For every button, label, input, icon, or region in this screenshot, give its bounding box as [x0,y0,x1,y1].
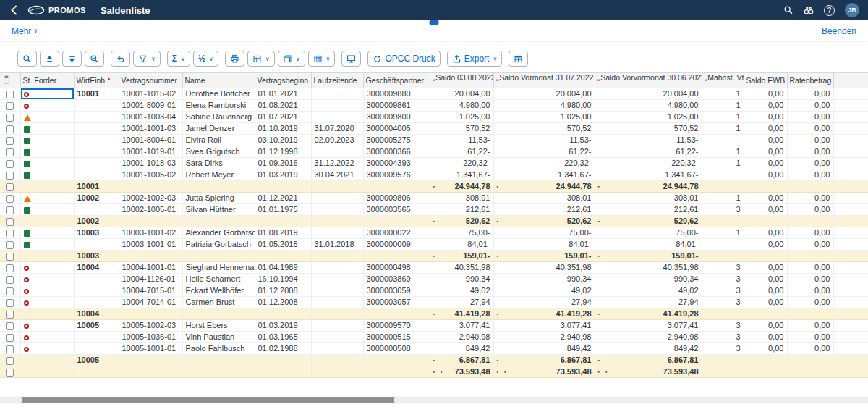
cell-name[interactable] [182,216,255,227]
cell-wirteinh[interactable]: 10002 [74,193,119,204]
cell-geschaeftspartner[interactable]: 3000003565 [363,204,430,216]
cell-mahnstufe[interactable] [702,355,744,366]
cell-saldo[interactable]: 308,01 [430,193,493,204]
export-button[interactable]: Export∨ [447,51,503,67]
cell-saldo[interactable]: ▪6.867,81 [430,355,493,366]
cell-wirteinh[interactable]: 10001 [74,181,119,193]
cell-sel[interactable] [0,332,20,343]
cell-saldo_vormonat[interactable]: 3.077,41 [493,320,595,332]
cell-saldo[interactable]: ▪24.944,78 [430,181,493,193]
scrollbar-thumb[interactable] [22,397,394,403]
cell-sel[interactable] [0,274,20,285]
cell-mahnstufe[interactable]: 3 [702,204,744,216]
cell-sel[interactable] [0,193,20,204]
cell-laufzeitende[interactable] [311,88,363,100]
cell-mahnstufe[interactable]: 1 [702,100,744,112]
cell-name[interactable]: Carmen Brust [182,297,255,308]
cell-saldo[interactable]: 570,52 [430,123,493,135]
cell-saldo_vormonat[interactable]: 1.341,67- [493,169,595,181]
cell-name[interactable] [182,355,255,366]
cell-saldo_vormonat[interactable]: 4.980,00 [493,100,595,112]
cell-laufzeitende[interactable] [311,100,363,112]
cell-sel[interactable] [0,123,20,135]
row-checkbox[interactable] [6,137,14,145]
cell-saldo[interactable]: 61,22- [430,146,493,158]
cell-name[interactable]: Helle Scharnert [182,274,255,285]
cell-geschaeftspartner[interactable] [363,308,430,320]
cell-geschaeftspartner[interactable] [363,251,430,262]
cell-saldo_vorvormonat[interactable]: 3.077,41 [595,320,702,332]
cell-stforder[interactable] [20,216,74,227]
cell-saldo[interactable]: 220,32- [430,158,493,169]
cell-saldo_vormonat[interactable]: 220,32- [493,158,595,169]
cell-vertragsbeginn[interactable]: 03.10.2019 [255,135,311,146]
cell-mahnstufe[interactable]: 1 [702,123,744,135]
cell-vertragsbeginn[interactable]: 01.08.2021 [255,100,311,112]
cell-sel[interactable] [0,146,20,158]
sigma-button[interactable]: Σ∨ [167,51,190,67]
cell-ratenbetrag[interactable]: 0,00 [787,227,833,239]
cell-stforder[interactable] [20,100,74,112]
cell-ratenbetrag[interactable]: 0,00 [787,332,833,343]
cell-mahnstufe[interactable]: 3 [702,274,744,285]
cell-vertragsbeginn[interactable]: 01.03.1965 [255,332,311,343]
cell-sel[interactable] [0,320,20,332]
cell-sel[interactable] [0,169,20,181]
cell-name[interactable]: Dorothee Böttcher [182,88,255,100]
cell-stforder[interactable] [20,332,74,343]
cell-saldo[interactable]: 3.077,41 [430,320,493,332]
cell-geschaeftspartner[interactable]: 3000009576 [363,169,430,181]
cell-stforder[interactable] [20,366,74,378]
cell-saldo_vormonat[interactable]: 2.940,98 [493,332,595,343]
cell-vertragsnummer[interactable]: 10004-7014-01 [119,297,182,308]
cell-vertragsnummer[interactable] [119,366,182,378]
cell-vertragsnummer[interactable]: 10001-1018-03 [119,158,182,169]
cell-laufzeitende[interactable] [311,216,363,227]
cell-vertragsnummer[interactable]: 10001-8004-01 [119,135,182,146]
cell-laufzeitende[interactable] [311,320,363,332]
cell-ratenbetrag[interactable]: 0,00 [787,262,833,274]
cell-mahnstufe[interactable] [702,181,744,193]
cell-ratenbetrag[interactable]: 0,00 [787,135,833,146]
row-checkbox[interactable] [6,91,14,98]
cell-saldo_vormonat[interactable]: ▪159,01- [493,251,595,262]
cell-saldo_vormonat[interactable]: 212,61 [493,204,595,216]
cell-saldo_vorvormonat[interactable]: 20.004,00 [595,88,702,100]
cell-stforder[interactable] [20,320,74,332]
cell-wirteinh[interactable] [74,112,119,123]
cell-saldo_vorvormonat[interactable]: 11,53- [595,135,702,146]
cell-wirteinh[interactable] [74,158,119,169]
cell-mahnstufe[interactable]: 1 [702,193,744,204]
cell-geschaeftspartner[interactable]: 3000000009 [363,239,430,251]
cell-saldo[interactable]: ▪41.419,28 [430,308,493,320]
col-header-vertragsbeginn[interactable]: Vertragsbeginn [255,73,311,88]
cell-saldo_vormonat[interactable]: 308,01 [493,193,595,204]
cell-vertragsbeginn[interactable]: 01.09.2016 [255,158,311,169]
cell-stforder[interactable] [20,158,74,169]
cell-laufzeitende[interactable] [311,193,363,204]
cell-stforder[interactable] [20,285,74,297]
cell-mahnstufe[interactable] [702,366,744,378]
cell-ratenbetrag[interactable] [787,366,833,378]
cell-saldo_vorvormonat[interactable]: 2.940,98 [595,332,702,343]
cell-vertragsnummer[interactable]: 10001-8009-01 [119,100,182,112]
cell-saldo_ewb[interactable]: 0,00 [744,227,787,239]
cell-geschaeftspartner[interactable]: 3000009570 [363,320,430,332]
cell-sel[interactable] [0,262,20,274]
cell-saldo_ewb[interactable] [744,181,787,193]
cell-name[interactable]: Silvan Hüttner [182,204,255,216]
cell-ratenbetrag[interactable]: 0,00 [787,88,833,100]
horizontal-scrollbar[interactable] [0,397,868,403]
cell-geschaeftspartner[interactable]: 3000000508 [363,343,430,355]
cell-wirteinh[interactable] [74,343,119,355]
cell-vertragsnummer[interactable]: 10005-1036-01 [119,332,182,343]
cell-saldo_vorvormonat[interactable]: ▪6.867,81 [595,355,702,366]
beenden-button[interactable]: Beenden [822,26,856,36]
cell-wirteinh[interactable]: 10003 [74,251,119,262]
cell-vertragsbeginn[interactable]: 01.12.2008 [255,297,311,308]
cell-vertragsnummer[interactable] [119,251,182,262]
row-checkbox[interactable] [6,230,14,237]
cell-mahnstufe[interactable]: 3 [702,285,744,297]
cell-wirteinh[interactable] [74,123,119,135]
cell-name[interactable]: Robert Meyer [182,169,255,181]
